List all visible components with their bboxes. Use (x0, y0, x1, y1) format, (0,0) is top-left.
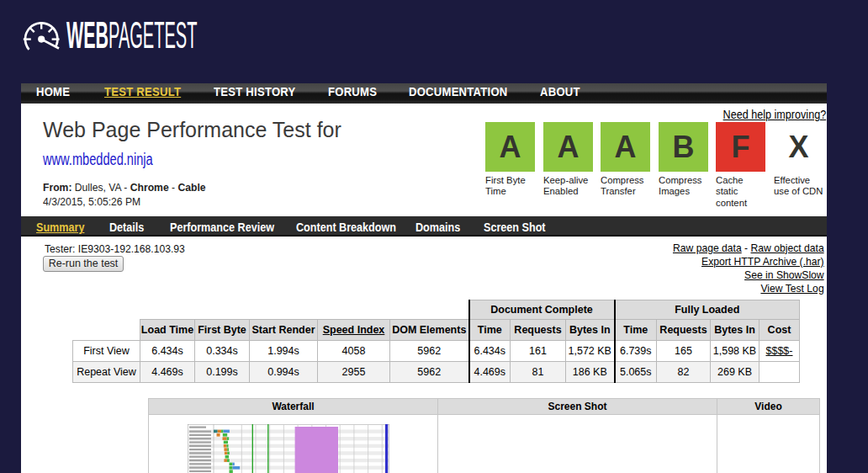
svg-text:PAGETEST: PAGETEST (108, 20, 198, 56)
svg-text:WEB: WEB (66, 20, 108, 56)
